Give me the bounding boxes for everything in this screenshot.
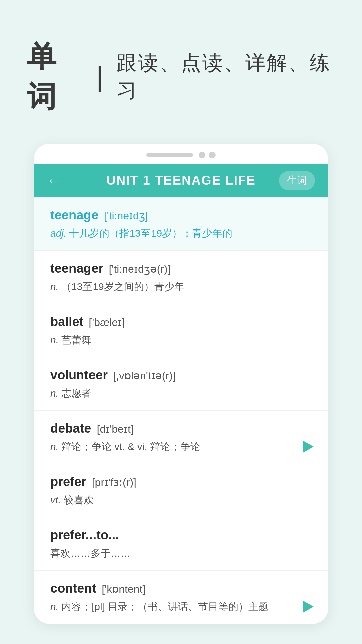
word-phonetic: [prɪ'fɜː(r)] — [92, 476, 136, 488]
page-header: 单词 | 跟读、点读、详解、练习 — [0, 0, 362, 137]
word-pos: vt. — [50, 494, 61, 505]
word-list: teenage['ti:neɪdʒ]adj.十几岁的（指13至19岁）；青少年的… — [34, 197, 328, 624]
word-english: prefer — [50, 475, 86, 489]
word-pos: adj. — [50, 228, 66, 239]
word-item[interactable]: teenager['ti:neɪdʒə(r)]n.（13至19岁之间的）青少年 — [34, 251, 328, 304]
word-item[interactable]: teenage['ti:neɪdʒ]adj.十几岁的（指13至19岁）；青少年的 — [34, 197, 328, 251]
word-english: teenager — [50, 261, 103, 275]
word-definition: n.内容；[pl] 目录；（书、讲话、节目等的）主题 — [50, 599, 312, 614]
word-definition: vt.较喜欢 — [50, 492, 312, 507]
word-phonetic: ['kɒntent] — [102, 583, 145, 595]
word-definition: adj.十几岁的（指13至19岁）；青少年的 — [50, 226, 312, 241]
phone-top-pill — [146, 153, 193, 157]
word-pos: n. — [50, 334, 59, 345]
word-definition: n.（13至19岁之间的）青少年 — [50, 279, 312, 294]
word-english: teenage — [50, 208, 99, 222]
word-phonetic: ['bæleɪ] — [89, 316, 125, 328]
phone-top-bar — [34, 144, 328, 164]
word-phonetic: ['ti:neɪdʒ] — [104, 210, 148, 222]
word-item[interactable]: volunteer[ˌvɒlən'tɪə(r)]n.志愿者 — [34, 357, 328, 411]
unit-title: UNIT 1 TEENAGE LIFE — [67, 173, 295, 188]
word-item[interactable]: content['kɒntent]n.内容；[pl] 目录；（书、讲话、节目等的… — [34, 571, 328, 624]
word-pos: n. — [50, 601, 59, 612]
play-button[interactable] — [303, 601, 314, 613]
word-pos: n. — [50, 388, 59, 399]
word-pos: n. — [50, 281, 59, 292]
word-phonetic: [dɪ'beɪt] — [97, 423, 133, 435]
phone-top-dot-2 — [209, 152, 216, 158]
word-item[interactable]: debate[dɪ'beɪt]n.辩论；争论 vt. & vi. 辩论；争论 — [34, 411, 328, 464]
phone-frame: ← UNIT 1 TEENAGE LIFE 生词 teenage['ti:neɪ… — [34, 144, 328, 624]
word-item[interactable]: prefer[prɪ'fɜː(r)]vt.较喜欢 — [34, 464, 328, 517]
word-english: prefer...to... — [50, 528, 119, 542]
word-definition: n.辩论；争论 vt. & vi. 辩论；争论 — [50, 439, 312, 454]
word-definition: n.志愿者 — [50, 386, 312, 401]
word-english: volunteer — [50, 368, 108, 382]
back-button[interactable]: ← — [47, 173, 60, 188]
word-english: content — [50, 581, 96, 595]
word-phonetic: [ˌvɒlən'tɪə(r)] — [113, 370, 176, 382]
word-item[interactable]: ballet['bæleɪ]n.芭蕾舞 — [34, 304, 328, 357]
play-button[interactable] — [303, 441, 314, 453]
word-english: ballet — [50, 315, 83, 329]
page-title-main: 单词 — [27, 37, 83, 117]
word-definition: 喜欢……多于…… — [50, 546, 312, 561]
phone-top-dots — [199, 152, 216, 158]
word-pos: n. — [50, 441, 59, 452]
word-item[interactable]: prefer...to...喜欢……多于…… — [34, 517, 328, 571]
phone-top-dot-1 — [199, 152, 205, 158]
word-english: debate — [50, 421, 91, 435]
page-title-divider: | — [96, 61, 103, 92]
page-title-sub: 跟读、点读、详解、练习 — [117, 50, 335, 104]
word-definition: n.芭蕾舞 — [50, 332, 312, 347]
vocab-badge[interactable]: 生词 — [279, 171, 315, 190]
unit-header: ← UNIT 1 TEENAGE LIFE 生词 — [34, 164, 328, 197]
word-phonetic: ['ti:neɪdʒə(r)] — [109, 263, 170, 275]
